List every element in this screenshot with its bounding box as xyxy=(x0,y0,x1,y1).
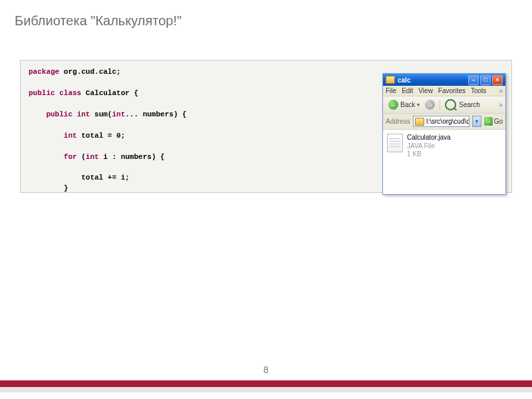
toolbar: ← Back ▾ → Search » xyxy=(383,96,505,114)
file-type: JAVA File xyxy=(407,142,451,151)
package-name: org.cud.calc; xyxy=(64,68,121,76)
kw-int: int xyxy=(77,110,90,118)
body-assign: total += i; xyxy=(81,174,130,182)
slide-title: Библиотека "Калькулятор!" xyxy=(15,13,182,29)
explorer-window: calc – □ × File Edit View Favorites Tool… xyxy=(382,73,506,195)
folder-icon xyxy=(386,76,395,84)
search-button[interactable]: Search xyxy=(459,101,480,108)
titlebar[interactable]: calc – □ × xyxy=(383,74,505,86)
brace1: } xyxy=(64,184,68,192)
back-button[interactable]: ← Back ▾ xyxy=(386,98,422,111)
toolbar-separator xyxy=(440,100,440,110)
footer-underline xyxy=(0,387,532,392)
address-dropdown-button[interactable]: ▾ xyxy=(472,116,481,127)
file-icon xyxy=(387,134,403,152)
addressbar: Address I:\src\org\cud\calc ▾ → Go xyxy=(383,114,505,130)
for-rest: i : numbers) { xyxy=(103,153,164,161)
file-name: Calculator.java xyxy=(407,134,451,142)
menu-overflow-icon[interactable]: » xyxy=(499,87,503,94)
page-number: 8 xyxy=(0,364,532,375)
kw-int4: int xyxy=(86,153,99,161)
toolbar-overflow-icon[interactable]: » xyxy=(499,101,503,108)
maximize-button[interactable]: □ xyxy=(480,75,491,85)
back-label: Back xyxy=(400,101,415,108)
go-button[interactable]: → Go xyxy=(484,117,503,126)
back-icon: ← xyxy=(388,100,398,110)
close-button[interactable]: × xyxy=(492,75,503,85)
menubar: File Edit View Favorites Tools » xyxy=(383,86,505,96)
address-label: Address xyxy=(386,118,410,125)
go-label: Go xyxy=(494,118,503,125)
file-size: 1 KB xyxy=(407,150,451,159)
menu-edit[interactable]: Edit xyxy=(402,87,413,94)
menu-tools[interactable]: Tools xyxy=(471,87,486,94)
file-meta: Calculator.java JAVA File 1 KB xyxy=(407,134,451,159)
for-open: ( xyxy=(81,153,86,161)
address-path: I:\src\org\cud\calc xyxy=(426,118,469,125)
kw-class: class xyxy=(59,89,81,97)
window-title: calc xyxy=(398,76,467,84)
total-decl: total = 0; xyxy=(81,132,125,140)
method-name: sum( xyxy=(94,110,112,118)
kw-int2: int xyxy=(112,110,125,118)
forward-button[interactable]: → xyxy=(425,100,435,110)
menu-view[interactable]: View xyxy=(418,87,433,94)
kw-int3: int xyxy=(64,132,77,140)
method-sig-rest: ... numbers) { xyxy=(125,110,186,118)
class-name: Calculator { xyxy=(86,89,138,97)
kw-package: package xyxy=(29,68,59,76)
minimize-button[interactable]: – xyxy=(468,75,479,85)
file-list: Calculator.java JAVA File 1 KB xyxy=(383,130,505,194)
kw-public: public xyxy=(29,89,55,97)
footer-accent xyxy=(0,380,532,387)
go-icon: → xyxy=(484,117,493,126)
kw-public2: public xyxy=(46,110,72,118)
folder-icon xyxy=(415,118,424,126)
list-item[interactable]: Calculator.java JAVA File 1 KB xyxy=(387,134,501,159)
search-icon xyxy=(445,99,456,110)
menu-favorites[interactable]: Favorites xyxy=(438,87,466,94)
kw-for: for xyxy=(64,153,77,161)
address-input[interactable]: I:\src\org\cud\calc xyxy=(413,116,469,127)
menu-file[interactable]: File xyxy=(386,87,396,94)
